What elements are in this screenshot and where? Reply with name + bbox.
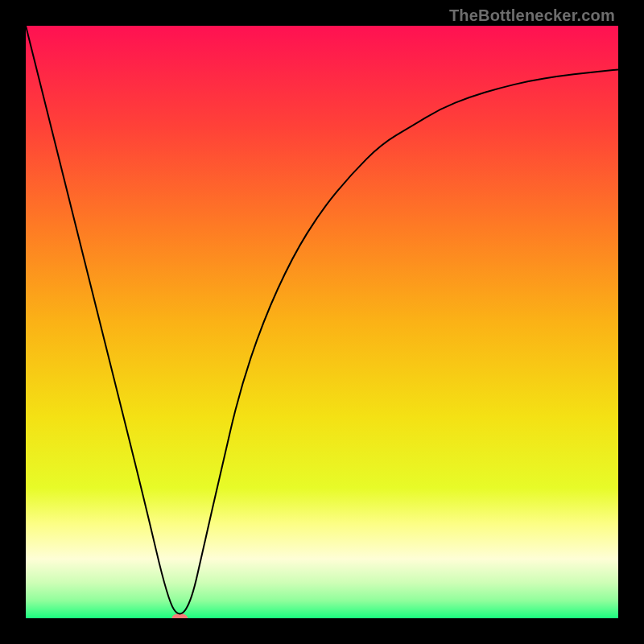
chart-frame: TheBottlenecker.com (0, 0, 644, 644)
watermark-text: TheBottlenecker.com (449, 6, 615, 25)
plot-area (26, 26, 618, 618)
chart-svg (26, 26, 618, 618)
gradient-background (26, 26, 618, 618)
